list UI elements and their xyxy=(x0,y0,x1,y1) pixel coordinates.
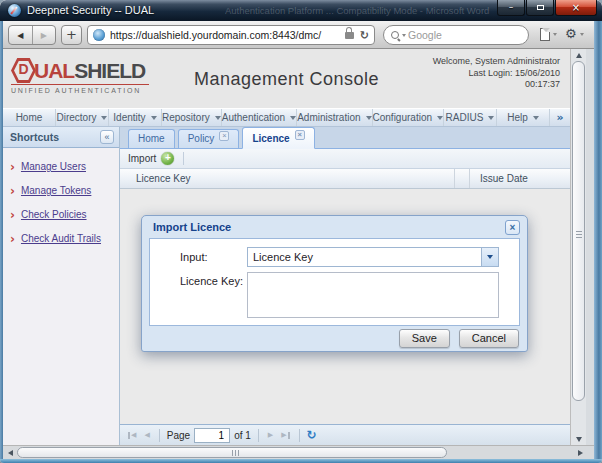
dropdown-arrow-icon xyxy=(151,116,157,120)
menu-item-home[interactable]: Home xyxy=(3,109,56,126)
dropdown-arrow-icon xyxy=(533,116,539,120)
dialog-titlebar[interactable]: Import Licence × xyxy=(142,216,527,238)
column-header-licence-key[interactable]: Licence Key xyxy=(120,169,455,188)
ssl-lock-icon xyxy=(345,31,354,39)
shortcut-manage-users[interactable]: › Manage Users xyxy=(10,161,119,172)
shortcuts-header: Shortcuts « xyxy=(3,127,119,148)
menu-item-repository[interactable]: Repository xyxy=(162,109,222,126)
dropdown-arrow-icon xyxy=(366,116,372,120)
prev-page-button[interactable]: ◀ xyxy=(142,431,151,439)
chevron-down-icon xyxy=(580,33,584,36)
horizontal-scrollbar-thumb[interactable] xyxy=(17,447,447,458)
shortcut-arrow-icon: › xyxy=(10,210,15,220)
tab-close-icon[interactable]: × xyxy=(219,131,229,141)
browser-window: Deepnet Security -- DUAL Authentication … xyxy=(0,0,602,463)
input-type-combobox[interactable]: Licence Key xyxy=(247,247,499,267)
shortcut-check-audit-trails[interactable]: › Check Audit Trails xyxy=(10,233,119,244)
cancel-button[interactable]: Cancel xyxy=(459,329,519,348)
address-bar[interactable]: https://dualshield.yourdomain.com:8443/d… xyxy=(87,25,375,45)
shortcut-check-policies[interactable]: › Check Policies xyxy=(10,209,119,220)
scrollbar-grip xyxy=(576,231,582,238)
menu-overflow-button[interactable]: » xyxy=(550,111,570,124)
history-nav-group: ◀ ▶ xyxy=(8,25,56,45)
site-globe-icon xyxy=(93,29,105,41)
page-count-label: of 1 xyxy=(234,430,251,441)
refresh-grid-button[interactable]: ↻ xyxy=(307,428,317,442)
window-inner-edge xyxy=(586,49,594,459)
scroll-down-button[interactable] xyxy=(571,433,587,445)
page-icon xyxy=(540,28,550,41)
scroll-up-button[interactable] xyxy=(571,49,587,61)
url-text: https://dualshield.yourdomain.com:8443/d… xyxy=(110,29,345,41)
menu-item-help[interactable]: Help xyxy=(497,109,550,126)
dialog-footer: Save Cancel xyxy=(142,326,527,351)
shortcut-manage-tokens[interactable]: › Manage Tokens xyxy=(10,185,119,196)
menu-item-directory[interactable]: Directory xyxy=(56,109,109,126)
menu-item-identity[interactable]: Identity xyxy=(109,109,162,126)
last-page-button[interactable]: ▶ xyxy=(279,431,291,439)
minimize-button[interactable]: – xyxy=(497,0,525,16)
chevron-down-icon xyxy=(553,33,557,36)
dropdown-arrow-icon xyxy=(101,116,107,120)
last-login-text: Last Login: 15/06/2010 00:17:37 xyxy=(432,68,560,91)
menu-item-authentication[interactable]: Authentication xyxy=(222,109,297,126)
scroll-right-button[interactable] xyxy=(573,446,587,460)
grid-header: Licence Key Issue Date xyxy=(120,169,570,189)
window-controls: – × xyxy=(496,0,597,16)
vertical-scrollbar[interactable] xyxy=(570,49,586,445)
menu-item-configuration[interactable]: Configuration xyxy=(373,109,444,126)
import-licence-dialog: Import Licence × Input: Licence Key Lice… xyxy=(141,215,528,352)
dialog-title: Import Licence xyxy=(153,221,505,233)
dropdown-arrow-icon xyxy=(215,116,221,120)
scroll-left-button[interactable] xyxy=(3,446,17,460)
page-menu-button[interactable] xyxy=(540,28,557,41)
first-page-icon: ◀ xyxy=(131,431,136,439)
vertical-scrollbar-thumb[interactable] xyxy=(572,61,585,401)
search-field[interactable] xyxy=(383,25,529,45)
licence-key-textarea[interactable] xyxy=(247,272,499,318)
first-page-button[interactable]: ◀ xyxy=(126,431,138,439)
browser-toolbar: ◀ ▶ + https://dualshield.yourdomain.com:… xyxy=(3,21,594,49)
page-label: Page xyxy=(167,430,190,441)
window-title: Deepnet Security -- DUAL xyxy=(27,4,154,16)
toolbar-divider xyxy=(183,152,184,165)
import-button-label[interactable]: Import xyxy=(128,153,156,164)
tab-close-icon[interactable]: × xyxy=(295,130,305,140)
next-page-button[interactable]: ▶ xyxy=(266,431,275,439)
menu-item-administration[interactable]: Administration xyxy=(297,109,372,126)
close-button[interactable]: × xyxy=(555,0,597,16)
forward-button[interactable]: ▶ xyxy=(33,26,56,44)
tab-policy[interactable]: Policy × xyxy=(178,129,240,148)
back-button[interactable]: ◀ xyxy=(9,26,33,44)
column-header-issue-date[interactable]: Issue Date xyxy=(470,169,570,188)
tab-home[interactable]: Home xyxy=(128,129,175,148)
shortcut-arrow-icon: › xyxy=(10,234,15,244)
combobox-trigger-button[interactable] xyxy=(481,248,498,266)
last-page-icon: ▶ xyxy=(281,431,286,439)
window-titlebar[interactable]: Deepnet Security -- DUAL Authentication … xyxy=(0,0,602,21)
reload-button[interactable]: ↻ xyxy=(360,29,369,42)
tab-bar: Home Policy × Licence × xyxy=(120,127,570,149)
paging-toolbar: ◀ ◀ Page of 1 ▶ ▶ ↻ xyxy=(120,424,570,445)
settings-menu-button[interactable]: ⚙ xyxy=(565,26,584,42)
dropdown-arrow-icon xyxy=(437,116,443,120)
search-input[interactable] xyxy=(406,28,545,42)
save-button[interactable]: Save xyxy=(399,329,450,348)
maximize-button[interactable] xyxy=(526,0,554,16)
tab-licence[interactable]: Licence × xyxy=(242,127,314,149)
horizontal-scrollbar[interactable] xyxy=(3,445,594,459)
new-tab-button[interactable]: + xyxy=(61,25,82,45)
dialog-body: Input: Licence Key Licence Key: xyxy=(149,238,520,326)
main-menu-bar: Home Directory Identity Repository Authe… xyxy=(3,108,570,127)
add-import-icon[interactable]: + xyxy=(161,152,174,165)
collapse-panel-button[interactable]: « xyxy=(100,130,114,144)
column-spacer xyxy=(455,169,470,188)
menu-item-radius[interactable]: RADIUS xyxy=(444,109,497,126)
background-window-ghost-title: Authentication Platform ... Compatibilit… xyxy=(225,5,495,16)
shortcuts-panel: Shortcuts « › Manage Users › Manage Toke… xyxy=(3,127,120,445)
chevron-down-icon xyxy=(487,255,493,259)
window-frame-left xyxy=(0,21,3,459)
page-number-input[interactable] xyxy=(194,428,230,443)
dialog-close-button[interactable]: × xyxy=(505,220,520,235)
prev-page-icon: ◀ xyxy=(144,431,149,439)
